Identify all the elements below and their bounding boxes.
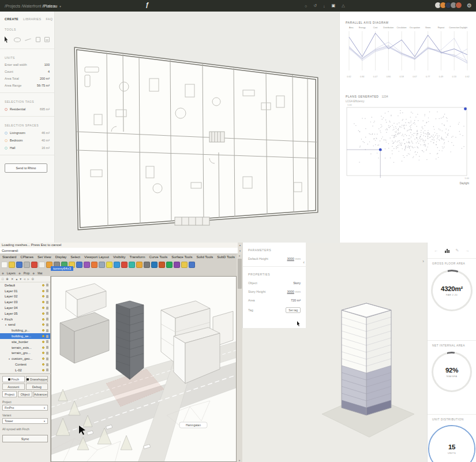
layer-row[interactable]: building_p... bbox=[0, 327, 50, 333]
gear-icon[interactable]: ⚙ bbox=[467, 2, 472, 9]
line-tool-icon[interactable] bbox=[25, 38, 31, 40]
lock-icon[interactable] bbox=[46, 363, 48, 366]
avatar[interactable] bbox=[455, 2, 462, 9]
layer-row[interactable]: Layer 05 bbox=[0, 311, 50, 316]
pin-icon[interactable]: ○ bbox=[305, 4, 307, 8]
extrude-icon[interactable] bbox=[159, 262, 165, 268]
save-tool-icon[interactable] bbox=[44, 37, 50, 42]
rectangle-tool-icon[interactable] bbox=[36, 37, 41, 42]
layer-row[interactable]: Layer 02 bbox=[0, 294, 50, 300]
rhino-menu-cplanes[interactable]: CPlanes bbox=[20, 255, 33, 259]
move-icon[interactable] bbox=[91, 262, 98, 268]
layers-toolbar[interactable]: □⊕ ✕▴ ▾◃ ▹⊙ bbox=[0, 276, 50, 282]
rhino-menu-curve-tools[interactable]: Curve Tools bbox=[149, 255, 168, 259]
cut-icon[interactable] bbox=[31, 262, 38, 268]
rhino-menu-viewport-layout[interactable]: Viewport Layout bbox=[84, 255, 109, 259]
rhino-menu-visibility[interactable]: Visibility bbox=[113, 255, 126, 259]
scrollbar-thumb[interactable] bbox=[238, 259, 242, 289]
story-height-value[interactable]: 3000 bbox=[287, 290, 294, 293]
massing-viewport[interactable]: › bbox=[306, 243, 427, 462]
rotate-view-icon[interactable] bbox=[84, 262, 90, 268]
lock-icon[interactable] bbox=[46, 307, 48, 310]
tab-faq[interactable]: FAQ bbox=[46, 17, 53, 21]
pan-icon[interactable] bbox=[76, 262, 83, 268]
rhino-menu-select[interactable]: Select bbox=[70, 255, 80, 259]
group-icon[interactable] bbox=[144, 262, 150, 268]
cage-edit-icon[interactable] bbox=[189, 262, 195, 268]
rhino-scrollbar[interactable]: ▲ ▼ bbox=[237, 254, 242, 462]
rhino-menu-set-view[interactable]: Set View bbox=[38, 255, 51, 259]
tab-object[interactable]: Object bbox=[18, 391, 32, 397]
visibility-bulb-icon[interactable] bbox=[42, 290, 44, 292]
rhino-3d-viewport[interactable]: Hamngatan bbox=[51, 276, 237, 462]
breadcrumb-parents[interactable]: /Projects /Waterfront bbox=[5, 4, 42, 8]
set-tag-button[interactable]: Set tag bbox=[286, 307, 301, 313]
ellipse-tool-icon[interactable] bbox=[14, 38, 21, 42]
layer-row[interactable]: building_se... bbox=[0, 333, 50, 339]
breadcrumb-current[interactable]: /Plateau bbox=[43, 4, 58, 8]
parallel-axis-chart[interactable]: Area0.62Energy0.84Cost0.47Distribution0.… bbox=[346, 24, 471, 82]
visibility-bulb-icon[interactable] bbox=[42, 307, 44, 309]
count-value[interactable]: 4 bbox=[48, 70, 50, 73]
lock-icon[interactable] bbox=[46, 289, 48, 292]
visibility-bulb-icon[interactable] bbox=[42, 284, 44, 286]
mirror-icon[interactable] bbox=[106, 262, 113, 268]
lock-icon[interactable] bbox=[46, 346, 48, 349]
visibility-bulb-icon[interactable] bbox=[42, 369, 44, 371]
lock-icon[interactable] bbox=[46, 301, 48, 304]
loft-icon[interactable] bbox=[166, 262, 173, 268]
selected-plan-point[interactable] bbox=[464, 107, 467, 110]
plans-scatter-chart[interactable]: 1.00 1.00 Daylight bbox=[346, 103, 471, 188]
rhino-menu-solid-tools[interactable]: Solid Tools bbox=[196, 255, 213, 259]
edit-icon[interactable]: ✎ bbox=[456, 248, 459, 253]
layer-row[interactable]: ▾send bbox=[0, 322, 50, 328]
visibility-bulb-icon[interactable] bbox=[42, 352, 44, 354]
visibility-bulb-icon[interactable] bbox=[42, 363, 44, 366]
lock-icon[interactable] bbox=[46, 340, 48, 343]
wall-width-value[interactable]: 100 bbox=[44, 63, 50, 66]
lock-icon[interactable] bbox=[46, 329, 48, 332]
rhino-menu-standard[interactable]: Standard bbox=[2, 255, 16, 259]
grid-icon[interactable]: ▣ bbox=[332, 3, 336, 8]
lock-icon[interactable] bbox=[46, 357, 48, 360]
visibility-bulb-icon[interactable] bbox=[42, 335, 44, 337]
lock-icon[interactable] bbox=[46, 312, 48, 315]
array-icon[interactable] bbox=[114, 262, 120, 268]
forward-icon[interactable]: → bbox=[465, 248, 469, 252]
visibility-bulb-icon[interactable] bbox=[42, 357, 44, 360]
tab-debug[interactable]: Debug bbox=[26, 383, 48, 390]
tab-create[interactable]: CREATE bbox=[5, 17, 18, 21]
alert-icon[interactable]: △ bbox=[342, 3, 344, 8]
default-height-value[interactable]: 3000 bbox=[287, 257, 294, 260]
breadcrumb[interactable]: /Projects /Waterfront /Plateau ▾ bbox=[5, 4, 61, 8]
rhino-menu-display[interactable]: Display bbox=[55, 255, 67, 259]
lock-icon[interactable] bbox=[46, 368, 48, 371]
tag-residential[interactable]: Residential 695 m² bbox=[5, 107, 50, 111]
visibility-bulb-icon[interactable] bbox=[42, 329, 44, 331]
tab-finch-plugin[interactable]: Finch bbox=[2, 376, 25, 382]
trim-icon[interactable] bbox=[121, 262, 128, 268]
space-hall[interactable]: Hall 16 m² bbox=[5, 146, 50, 150]
boolean-icon[interactable] bbox=[151, 262, 158, 268]
lock-icon[interactable] bbox=[46, 323, 48, 326]
tab-account[interactable]: Account bbox=[2, 383, 25, 390]
layer-row[interactable]: ▾custom_geo... bbox=[0, 356, 50, 362]
download-icon[interactable]: ↓ bbox=[323, 4, 325, 8]
layer-row[interactable]: Layer 03 bbox=[0, 299, 50, 305]
tab-project[interactable]: Project bbox=[2, 391, 17, 397]
revolve-icon[interactable] bbox=[181, 262, 188, 268]
tab-grasshopper[interactable]: Grasshopper bbox=[26, 376, 48, 382]
history-icon[interactable]: ↺ bbox=[313, 3, 317, 8]
back-icon[interactable]: ← bbox=[434, 248, 438, 252]
visibility-bulb-icon[interactable] bbox=[42, 301, 44, 303]
layer-row[interactable]: site_border bbox=[0, 339, 50, 345]
visibility-bulb-icon[interactable] bbox=[42, 312, 44, 315]
layer-row[interactable]: Context bbox=[0, 362, 50, 367]
command-prompt[interactable]: Command: bbox=[0, 248, 238, 254]
send-to-rhino-button[interactable]: Send to Rhino bbox=[5, 163, 47, 173]
rhino-menu-surface-tools[interactable]: Surface Tools bbox=[171, 255, 192, 259]
save-icon[interactable] bbox=[16, 262, 23, 268]
space-livingroom[interactable]: Livingroom 46 m² bbox=[5, 131, 50, 135]
tab-layers[interactable]: Layers bbox=[7, 271, 16, 275]
split-icon[interactable] bbox=[129, 262, 135, 268]
